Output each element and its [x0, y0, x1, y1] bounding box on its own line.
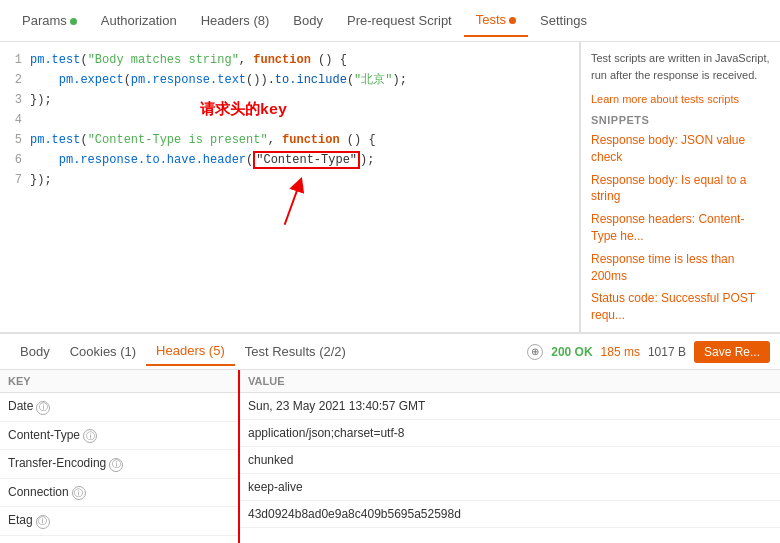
editor-wrapper: 1 pm.test("Body matches string", functio…: [0, 50, 579, 324]
status-time: 185 ms: [601, 345, 640, 359]
save-button[interactable]: Save Re...: [694, 341, 770, 363]
info-icon-connection[interactable]: ⓘ: [72, 486, 86, 500]
snippets-title: SNIPPETS: [591, 114, 770, 126]
code-line-4: 4: [0, 110, 579, 130]
tab-test-results[interactable]: Test Results (2/2): [235, 338, 356, 365]
info-icon-transfer-encoding[interactable]: ⓘ: [109, 458, 123, 472]
info-icon-date[interactable]: ⓘ: [36, 401, 50, 415]
globe-icon[interactable]: ⊕: [527, 344, 543, 360]
info-icon-etag[interactable]: ⓘ: [36, 515, 50, 529]
request-tabs: Params Authorization Headers (8) Body Pr…: [0, 0, 780, 42]
tab-response-body[interactable]: Body: [10, 338, 60, 365]
snippets-intro: Test scripts are written in JavaScript, …: [591, 50, 770, 83]
tab-params[interactable]: Params: [10, 5, 89, 36]
code-line-6: 6 pm.response.to.have.header("Content-Ty…: [0, 150, 579, 170]
snippet-item-6[interactable]: Status code: Code name has string: [591, 330, 770, 332]
table-row: 43d0924b8ad0e9a8c409b5695a52598d: [240, 501, 780, 528]
params-dot: [70, 18, 77, 25]
snippet-item-4[interactable]: Response time is less than 200ms: [591, 251, 770, 285]
key-col-header: KEY: [0, 370, 238, 393]
headers-key-panel: KEY Dateⓘ Content-Typeⓘ Transfer-Encodin…: [0, 370, 240, 543]
code-line-7: 7 });: [0, 170, 579, 190]
info-icon-content-type[interactable]: ⓘ: [83, 429, 97, 443]
response-status: ⊕ 200 OK 185 ms 1017 B Save Re...: [527, 341, 770, 363]
tab-authorization[interactable]: Authorization: [89, 5, 189, 36]
value-col-header: VALUE: [240, 370, 780, 393]
headers-key-table: KEY Dateⓘ Content-Typeⓘ Transfer-Encodin…: [0, 370, 238, 536]
tests-dot: [509, 17, 516, 24]
table-row: Connectionⓘ: [0, 478, 238, 507]
content-type-highlight: "Content-Type": [253, 151, 360, 169]
table-row: chunked: [240, 447, 780, 474]
tab-cookies[interactable]: Cookies (1): [60, 338, 146, 365]
table-row: Etagⓘ: [0, 507, 238, 536]
snippet-item-2[interactable]: Response body: Is equal to a string: [591, 172, 770, 206]
headers-value-panel: VALUE Sun, 23 May 2021 13:40:57 GMT appl…: [240, 370, 780, 543]
snippets-learn-link[interactable]: Learn more about tests scripts: [591, 93, 739, 105]
response-tabs: Body Cookies (1) Headers (5) Test Result…: [0, 332, 780, 370]
table-row: keep-alive: [240, 474, 780, 501]
snippet-item-1[interactable]: Response body: JSON value check: [591, 132, 770, 166]
code-line-1: 1 pm.test("Body matches string", functio…: [0, 50, 579, 70]
table-row: Sun, 23 May 2021 13:40:57 GMT: [240, 393, 780, 420]
response-body: KEY Dateⓘ Content-Typeⓘ Transfer-Encodin…: [0, 370, 780, 543]
tab-headers[interactable]: Headers (8): [189, 5, 282, 36]
snippets-panel: Test scripts are written in JavaScript, …: [580, 42, 780, 332]
code-line-2: 2 pm.expect(pm.response.text()).to.inclu…: [0, 70, 579, 90]
main-area: 1 pm.test("Body matches string", functio…: [0, 42, 780, 332]
code-line-3: 3 });: [0, 90, 579, 110]
snippet-item-5[interactable]: Status code: Successful POST requ...: [591, 290, 770, 324]
annotation-text: 请求头的key: [200, 100, 287, 119]
tab-response-headers[interactable]: Headers (5): [146, 337, 235, 366]
tab-body[interactable]: Body: [281, 5, 335, 36]
headers-value-table: VALUE Sun, 23 May 2021 13:40:57 GMT appl…: [240, 370, 780, 528]
tab-settings[interactable]: Settings: [528, 5, 599, 36]
svg-line-0: [285, 184, 300, 225]
tab-tests[interactable]: Tests: [464, 4, 528, 37]
table-row: Transfer-Encodingⓘ: [0, 450, 238, 479]
code-editor[interactable]: 1 pm.test("Body matches string", functio…: [0, 42, 580, 332]
table-row: application/json;charset=utf-8: [240, 420, 780, 447]
snippet-item-3[interactable]: Response headers: Content-Type he...: [591, 211, 770, 245]
status-size: 1017 B: [648, 345, 686, 359]
status-ok: 200 OK: [551, 345, 592, 359]
tab-prerequest[interactable]: Pre-request Script: [335, 5, 464, 36]
table-row: Content-Typeⓘ: [0, 421, 238, 450]
table-row: Dateⓘ: [0, 393, 238, 422]
code-line-5: 5 pm.test("Content-Type is present", fun…: [0, 130, 579, 150]
